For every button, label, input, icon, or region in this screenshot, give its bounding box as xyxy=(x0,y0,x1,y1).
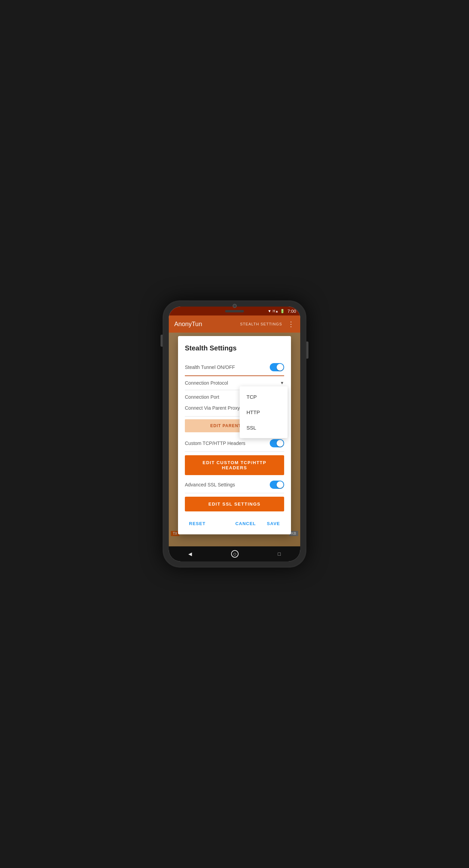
dialog-overlay: Stealth Settings Stealth Tunnel ON/OFF C… xyxy=(169,333,300,546)
toggle-knob-tcp xyxy=(277,440,283,447)
speaker xyxy=(225,310,244,312)
camera xyxy=(232,304,237,308)
toggle-knob-ssl xyxy=(277,481,283,488)
battery-icon: 🔋 xyxy=(280,309,285,313)
stealth-tunnel-label: Stealth Tunnel ON/OFF xyxy=(185,364,235,370)
protocol-dropdown-menu: TCP HTTP SSL xyxy=(240,386,288,438)
connection-port-label: Connection Port xyxy=(185,394,219,400)
app-bar-action-label: STEALTH SETTINGS xyxy=(240,322,282,326)
reset-button[interactable]: RESET xyxy=(185,518,210,529)
advanced-ssl-row: Advanced SSL Settings xyxy=(185,476,284,493)
power-button xyxy=(161,335,163,347)
signal-icon: H▲ xyxy=(273,309,279,313)
protocol-option-http[interactable]: HTTP xyxy=(240,405,288,420)
advanced-ssl-toggle[interactable] xyxy=(270,481,284,489)
protocol-option-tcp[interactable]: TCP xyxy=(240,389,288,405)
edit-custom-tcp-button[interactable]: EDIT CUSTOM TCP/HTTP HEADERS xyxy=(185,455,284,475)
background-content: TX KB Stealth Settings Stealth Tunnel ON… xyxy=(169,333,300,546)
stealth-tunnel-toggle[interactable] xyxy=(270,363,284,371)
app-bar: AnonyTun STEALTH SETTINGS ⋮ xyxy=(169,315,300,333)
cancel-button[interactable]: CANCEL xyxy=(231,518,260,529)
status-time: 7:00 xyxy=(288,309,296,314)
save-button[interactable]: SAVE xyxy=(263,518,284,529)
toggle-knob xyxy=(277,364,283,371)
stealth-tunnel-row: Stealth Tunnel ON/OFF xyxy=(185,359,284,376)
nav-recent-button[interactable]: □ xyxy=(278,551,280,557)
parent-proxy-label: Connect Via Parent Proxy xyxy=(185,405,240,411)
custom-tcp-toggle[interactable] xyxy=(270,439,284,447)
phone-screen: ▼ H▲ 🔋 7:00 AnonyTun STEALTH SETTINGS ⋮ … xyxy=(169,307,300,561)
advanced-ssl-label: Advanced SSL Settings xyxy=(185,482,235,487)
protocol-option-ssl[interactable]: SSL xyxy=(240,420,288,435)
dropdown-arrow-icon: ▼ xyxy=(280,381,284,385)
volume-button xyxy=(306,342,308,359)
nav-home-button[interactable]: ○ xyxy=(231,550,239,558)
app-bar-menu-icon[interactable]: ⋮ xyxy=(288,320,295,328)
status-icons: ▼ H▲ 🔋 7:00 xyxy=(268,309,296,314)
stealth-settings-dialog: Stealth Settings Stealth Tunnel ON/OFF C… xyxy=(178,336,291,534)
nav-back-button[interactable]: ◀ xyxy=(188,551,192,557)
app-title: AnonyTun xyxy=(174,321,240,328)
custom-tcp-label: Custom TCP/HTTP Headers xyxy=(185,441,245,446)
edit-ssl-settings-button[interactable]: EDIT SSL SETTINGS xyxy=(185,497,284,511)
dialog-title: Stealth Settings xyxy=(185,344,284,352)
phone-frame: ▼ H▲ 🔋 7:00 AnonyTun STEALTH SETTINGS ⋮ … xyxy=(163,300,306,568)
wifi-icon: ▼ xyxy=(268,309,271,313)
nav-bar: ◀ ○ □ xyxy=(169,546,300,561)
connection-protocol-row: Connection Protocol ▼ TCP HTTP SSL xyxy=(185,376,284,390)
dialog-actions: RESET CANCEL SAVE xyxy=(185,513,284,529)
connection-protocol-label: Connection Protocol xyxy=(185,380,228,386)
protocol-dropdown-trigger[interactable]: ▼ xyxy=(280,381,284,385)
